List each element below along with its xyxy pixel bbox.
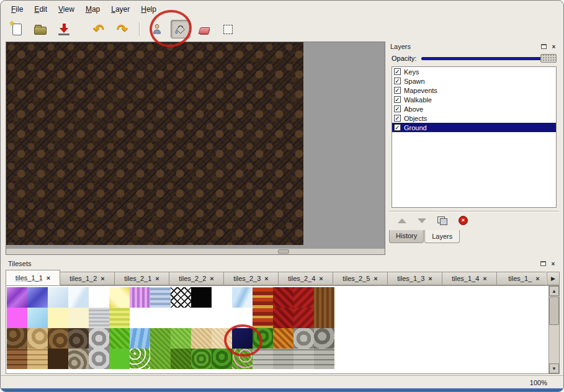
- tile-r3-c16[interactable]: [314, 328, 334, 349]
- layer-row-spawn[interactable]: ✓Spawn: [392, 76, 556, 86]
- tile-r4-c6[interactable]: [109, 349, 130, 369]
- move-layer-down-icon[interactable]: [418, 218, 426, 223]
- tile-r4-c16[interactable]: [314, 349, 334, 369]
- layer-visibility-checkbox[interactable]: ✓: [394, 96, 401, 103]
- map-horizontal-scrollbar[interactable]: [6, 248, 385, 254]
- layer-visibility-checkbox[interactable]: ✓: [394, 115, 401, 122]
- tile-r2-c6[interactable]: [109, 308, 130, 328]
- npc-tool-button[interactable]: [147, 20, 167, 38]
- float-panel-icon[interactable]: [539, 260, 547, 267]
- tab-close-icon[interactable]: ×: [428, 275, 432, 282]
- tab-close-icon[interactable]: ×: [101, 275, 104, 282]
- palette-vertical-scrollbar[interactable]: [548, 286, 559, 373]
- opacity-slider-track[interactable]: [421, 57, 555, 60]
- tileset-tab-tiles_1_3[interactable]: tiles_1_3×: [388, 272, 442, 285]
- duplicate-layer-icon[interactable]: [437, 216, 447, 225]
- tileset-tab-tiles_2_1[interactable]: tiles_2_1×: [115, 272, 169, 285]
- close-panel-icon[interactable]: [550, 43, 558, 50]
- select-tool-button[interactable]: [218, 20, 238, 38]
- move-layer-up-icon[interactable]: [398, 218, 406, 223]
- tile-r2-c13[interactable]: [253, 308, 273, 328]
- tile-r2-c7[interactable]: [130, 308, 150, 328]
- tile-r3-c11[interactable]: [212, 328, 232, 349]
- tab-close-icon[interactable]: ×: [319, 275, 323, 282]
- redo-button[interactable]: [112, 20, 132, 38]
- tile-r3-c3[interactable]: [48, 328, 68, 349]
- scrollbar-thumb[interactable]: [278, 249, 289, 254]
- tile-r2-c5[interactable]: [89, 308, 109, 328]
- tileset-tab-tiles_2_2[interactable]: tiles_2_2×: [169, 272, 224, 285]
- scrollbar-thumb[interactable]: [549, 296, 559, 325]
- menu-item-help[interactable]: Help: [137, 4, 161, 15]
- tileset-tab-tiles_2_4[interactable]: tiles_2_4×: [279, 272, 333, 285]
- menu-item-edit[interactable]: Edit: [30, 4, 51, 15]
- tile-r3-c14[interactable]: [273, 328, 293, 349]
- menu-item-view[interactable]: View: [54, 4, 79, 15]
- new-file-button[interactable]: [7, 20, 27, 38]
- layer-visibility-checkbox[interactable]: ✓: [394, 87, 401, 94]
- tile-r1-c9[interactable]: [171, 287, 191, 308]
- tile-r1-c1[interactable]: [7, 287, 27, 308]
- tile-r4-c9[interactable]: [171, 349, 191, 369]
- tile-r2-c1[interactable]: [7, 308, 27, 328]
- undo-button[interactable]: [89, 20, 109, 38]
- tile-r1-c4[interactable]: [68, 287, 89, 308]
- tab-close-icon[interactable]: ×: [483, 275, 486, 282]
- tile-r1-c5[interactable]: [89, 287, 109, 308]
- tile-r3-c7[interactable]: [130, 328, 150, 349]
- tile-r2-c14[interactable]: [273, 308, 293, 328]
- save-button[interactable]: [54, 20, 74, 38]
- tile-r2-c3[interactable]: [48, 308, 68, 328]
- tile-r1-c12[interactable]: [232, 287, 253, 308]
- close-panel-icon[interactable]: [549, 260, 557, 267]
- map-view[interactable]: [6, 42, 385, 255]
- tile-r4-c5[interactable]: [89, 349, 109, 369]
- opacity-slider-handle[interactable]: [540, 54, 557, 63]
- tile-r3-c5[interactable]: [89, 328, 109, 349]
- tab-history[interactable]: History: [389, 230, 424, 243]
- layer-row-ground[interactable]: ✓Ground: [392, 123, 556, 132]
- tab-close-icon[interactable]: ×: [374, 275, 377, 282]
- menu-item-map[interactable]: Map: [81, 4, 104, 15]
- layer-row-objects[interactable]: ✓Objects: [392, 114, 556, 123]
- map-canvas[interactable]: [6, 42, 303, 245]
- tile-r2-c8[interactable]: [150, 308, 171, 328]
- float-panel-icon[interactable]: [540, 43, 548, 50]
- tileset-tab-tiles_1_4[interactable]: tiles_1_4×: [442, 272, 497, 285]
- eraser-tool-button[interactable]: [194, 20, 214, 38]
- tileset-tab-tiles_1_[interactable]: tiles_1_×: [497, 272, 546, 285]
- tab-close-icon[interactable]: ×: [210, 275, 213, 282]
- tileset-tab-tiles_1_1[interactable]: tiles_1_1×: [6, 270, 60, 285]
- layer-visibility-checkbox[interactable]: ✓: [394, 105, 401, 112]
- tile-r1-c6[interactable]: [109, 287, 130, 308]
- layer-visibility-checkbox[interactable]: ✓: [394, 68, 401, 75]
- tab-layers[interactable]: Layers: [424, 230, 460, 243]
- tile-r2-c4[interactable]: [68, 308, 89, 328]
- fill-bucket-tool-button[interactable]: [171, 20, 190, 38]
- tile-r3-c15[interactable]: [293, 328, 314, 349]
- layer-row-above[interactable]: ✓Above: [392, 104, 556, 114]
- layer-row-mapevents[interactable]: ✓Mapevents: [392, 86, 556, 95]
- scroll-down-icon[interactable]: [549, 363, 559, 373]
- tab-close-icon[interactable]: ×: [264, 275, 268, 282]
- tile-r1-c2[interactable]: [27, 287, 48, 308]
- layer-row-walkable[interactable]: ✓Walkable: [392, 95, 556, 104]
- tile-r4-c14[interactable]: [273, 349, 293, 369]
- tile-r2-c11[interactable]: [212, 308, 232, 328]
- delete-layer-icon[interactable]: [459, 216, 468, 225]
- tile-r3-c6[interactable]: [109, 328, 130, 349]
- tab-close-icon[interactable]: ×: [535, 275, 539, 282]
- tile-r1-c3[interactable]: [48, 287, 68, 308]
- tileset-tab-tiles_1_2[interactable]: tiles_1_2×: [60, 272, 115, 285]
- tile-r1-c8[interactable]: [150, 287, 171, 308]
- menu-item-layer[interactable]: Layer: [107, 4, 134, 15]
- tabs-scroll-right-icon[interactable]: [547, 272, 560, 285]
- tile-r3-c13[interactable]: [253, 328, 273, 349]
- tile-r1-c7[interactable]: [130, 287, 150, 308]
- tile-r4-c1[interactable]: [7, 349, 27, 369]
- menu-item-file[interactable]: File: [7, 4, 27, 15]
- tile-r1-c13[interactable]: [253, 287, 273, 308]
- layer-visibility-checkbox[interactable]: ✓: [394, 124, 401, 131]
- tile-r3-c9[interactable]: [171, 328, 191, 349]
- tile-r3-c2[interactable]: [27, 328, 48, 349]
